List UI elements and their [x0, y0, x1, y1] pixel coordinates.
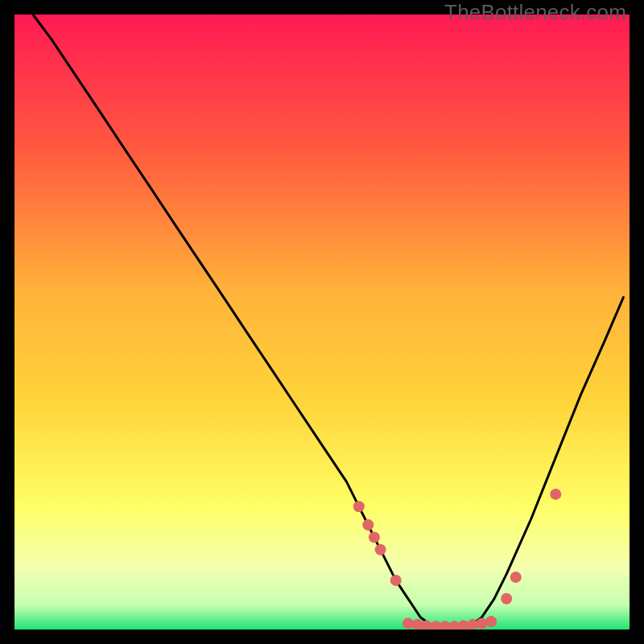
data-marker [390, 575, 402, 586]
data-marker [485, 616, 497, 627]
data-marker [369, 531, 380, 543]
data-marker [501, 593, 512, 605]
data-marker [550, 489, 561, 500]
chart-frame [14, 14, 630, 630]
gradient-bg [14, 14, 630, 630]
data-marker [375, 544, 386, 555]
watermark-text: TheBottleneck.com [444, 0, 626, 25]
plot-area [14, 14, 630, 630]
data-marker [362, 519, 374, 530]
data-marker [510, 572, 522, 583]
data-marker [353, 501, 365, 512]
